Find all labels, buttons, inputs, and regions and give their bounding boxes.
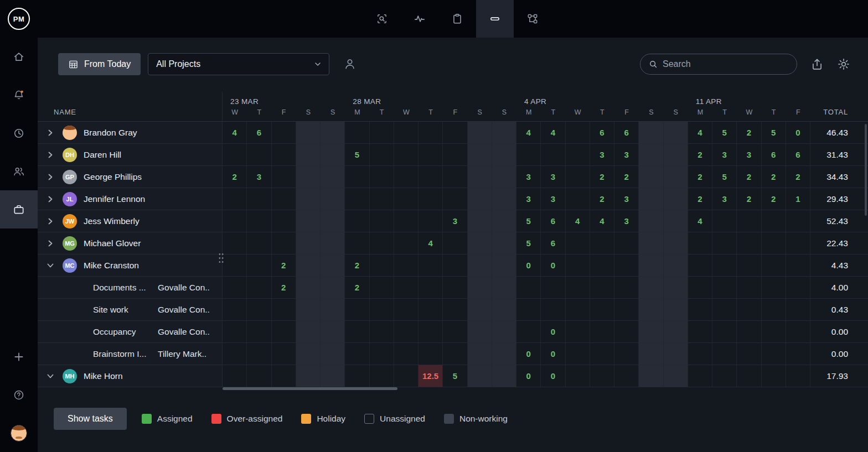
- allocation-cell[interactable]: [418, 144, 443, 165]
- allocation-cell[interactable]: 3: [737, 144, 761, 165]
- allocation-cell[interactable]: [664, 365, 688, 387]
- allocation-cell[interactable]: [418, 188, 443, 210]
- expand-chevron-icon[interactable]: [46, 239, 55, 248]
- allocation-cell[interactable]: 4: [566, 210, 590, 232]
- allocation-cell[interactable]: [516, 299, 541, 320]
- allocation-cell[interactable]: 5: [712, 166, 737, 188]
- allocation-cell[interactable]: [541, 144, 565, 165]
- row-name-cell[interactable]: MCMike Cranston: [38, 254, 223, 276]
- row-name-cell[interactable]: JWJess Wimberly: [38, 210, 223, 232]
- allocation-cell[interactable]: 0: [541, 321, 565, 342]
- allocation-cell[interactable]: 6: [247, 122, 271, 143]
- allocation-cell[interactable]: 2: [786, 166, 810, 188]
- allocation-cell[interactable]: [321, 188, 345, 210]
- allocation-cell[interactable]: [492, 166, 516, 188]
- panel-resize-handle[interactable]: [218, 252, 224, 264]
- allocation-cell[interactable]: 12.5: [418, 365, 443, 387]
- allocation-cell[interactable]: [786, 277, 810, 298]
- allocation-cell[interactable]: 0: [516, 254, 541, 276]
- row-name-cell[interactable]: JLJennifer Lennon: [38, 188, 223, 210]
- allocation-cell[interactable]: [223, 299, 247, 320]
- allocation-cell[interactable]: [492, 277, 516, 298]
- tab-report[interactable]: [438, 0, 476, 38]
- allocation-cell[interactable]: [566, 144, 590, 165]
- allocation-cell[interactable]: [566, 321, 590, 342]
- allocation-cell[interactable]: [688, 343, 712, 365]
- allocation-cell[interactable]: [688, 254, 712, 276]
- allocation-cell[interactable]: 2: [345, 254, 369, 276]
- allocation-cell[interactable]: 2: [614, 166, 639, 188]
- row-name-cell[interactable]: MGMichael Glover: [38, 232, 223, 254]
- allocation-cell[interactable]: 3: [247, 166, 271, 188]
- allocation-cell[interactable]: [418, 343, 443, 365]
- allocation-cell[interactable]: [492, 210, 516, 232]
- allocation-cell[interactable]: [492, 122, 516, 143]
- allocation-cell[interactable]: [418, 122, 443, 143]
- allocation-cell[interactable]: [321, 277, 345, 298]
- allocation-cell[interactable]: [688, 321, 712, 342]
- allocation-cell[interactable]: [370, 277, 394, 298]
- allocation-cell[interactable]: [223, 254, 247, 276]
- allocation-cell[interactable]: [664, 122, 688, 143]
- allocation-cell[interactable]: [688, 277, 712, 298]
- allocation-cell[interactable]: [443, 277, 467, 298]
- allocation-cell[interactable]: [223, 343, 247, 365]
- allocation-cell[interactable]: [370, 343, 394, 365]
- allocation-cell[interactable]: [639, 210, 663, 232]
- allocation-cell[interactable]: [516, 277, 541, 298]
- allocation-cell[interactable]: [614, 277, 639, 298]
- allocation-cell[interactable]: 3: [541, 188, 565, 210]
- expand-chevron-icon[interactable]: [46, 217, 55, 226]
- allocation-cell[interactable]: [664, 321, 688, 342]
- allocation-cell[interactable]: [345, 188, 369, 210]
- allocation-cell[interactable]: [786, 343, 810, 365]
- allocation-cell[interactable]: [443, 122, 467, 143]
- allocation-cell[interactable]: [370, 299, 394, 320]
- allocation-cell[interactable]: 3: [443, 210, 467, 232]
- allocation-cell[interactable]: [418, 254, 443, 276]
- allocation-cell[interactable]: 3: [614, 188, 639, 210]
- allocation-cell[interactable]: [762, 232, 786, 254]
- allocation-cell[interactable]: [566, 122, 590, 143]
- allocation-cell[interactable]: [247, 232, 271, 254]
- tab-workflow[interactable]: [514, 0, 551, 38]
- allocation-cell[interactable]: [247, 144, 271, 165]
- allocation-cell[interactable]: [321, 210, 345, 232]
- allocation-cell[interactable]: 1: [786, 188, 810, 210]
- sidebar-item-work[interactable]: [0, 190, 38, 228]
- allocation-cell[interactable]: [762, 321, 786, 342]
- allocation-cell[interactable]: [566, 166, 590, 188]
- allocation-cell[interactable]: [394, 232, 418, 254]
- allocation-cell[interactable]: [492, 232, 516, 254]
- allocation-cell[interactable]: [247, 254, 271, 276]
- row-name-cell[interactable]: Site workGovalle Con..: [38, 299, 223, 320]
- allocation-cell[interactable]: 2: [272, 277, 296, 298]
- row-name-cell[interactable]: Brandon Gray: [38, 122, 223, 143]
- allocation-cell[interactable]: [370, 321, 394, 342]
- allocation-cell[interactable]: [639, 144, 663, 165]
- allocation-cell[interactable]: [786, 365, 810, 387]
- allocation-cell[interactable]: [639, 188, 663, 210]
- app-logo[interactable]: PM: [0, 0, 38, 38]
- allocation-cell[interactable]: 2: [762, 188, 786, 210]
- allocation-cell[interactable]: 0: [541, 343, 565, 365]
- allocation-cell[interactable]: [394, 299, 418, 320]
- allocation-cell[interactable]: [664, 299, 688, 320]
- allocation-cell[interactable]: [468, 299, 492, 320]
- allocation-cell[interactable]: [418, 299, 443, 320]
- allocation-cell[interactable]: 0: [541, 254, 565, 276]
- allocation-cell[interactable]: 3: [516, 188, 541, 210]
- allocation-cell[interactable]: [541, 277, 565, 298]
- allocation-cell[interactable]: [272, 166, 296, 188]
- allocation-cell[interactable]: [614, 365, 639, 387]
- allocation-cell[interactable]: [639, 343, 663, 365]
- from-today-button[interactable]: From Today: [58, 53, 141, 75]
- allocation-cell[interactable]: [762, 254, 786, 276]
- allocation-cell[interactable]: [468, 166, 492, 188]
- allocation-cell[interactable]: [272, 343, 296, 365]
- allocation-cell[interactable]: [516, 321, 541, 342]
- allocation-cell[interactable]: [762, 277, 786, 298]
- allocation-cell[interactable]: [737, 210, 761, 232]
- allocation-cell[interactable]: [394, 122, 418, 143]
- allocation-cell[interactable]: [345, 166, 369, 188]
